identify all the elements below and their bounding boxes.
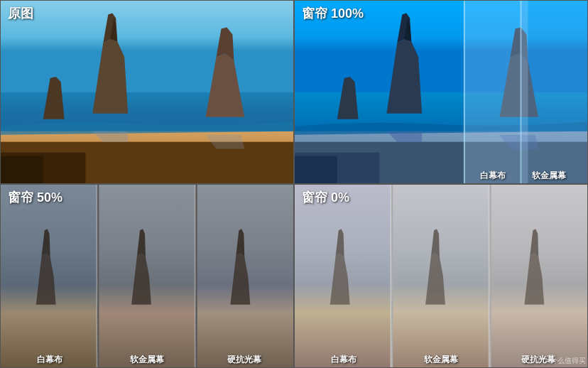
curtain-100-label: 窗帘 100%: [302, 5, 364, 22]
original-label: 原图: [8, 5, 33, 22]
comparison-grid: 原图: [0, 0, 588, 368]
cell-original: 原图: [0, 0, 294, 184]
cell-curtain-0: 窗帘 0% 白幕布 软金属幕 硬抗光幕 什么值得买: [294, 184, 588, 368]
curtain-0-label: 窗帘 0%: [302, 189, 349, 206]
sublabel-0-1: 白幕布: [295, 352, 392, 367]
svg-rect-0: [1, 1, 293, 92]
curtain-50-sublabels: 白幕布 软金属幕 硬抗光幕: [1, 352, 293, 367]
sublabel-0-2: 软金属幕: [392, 352, 489, 367]
curtain-50-label: 窗帘 50%: [8, 189, 62, 206]
watermark: 什么值得买: [550, 356, 586, 366]
svg-rect-5: [1, 156, 43, 183]
curtain-0-sublabels: 白幕布 软金属幕 硬抗光幕: [295, 352, 587, 367]
svg-rect-14: [521, 1, 587, 183]
cell-curtain-50: 窗帘 50% 白幕布 软金属幕 硬抗光幕: [0, 184, 294, 368]
svg-rect-12: [464, 1, 528, 183]
cell-curtain-100: 窗帘 100% 白幕布软金属幕硬抗光幕: [294, 0, 588, 184]
sublabel-50-3: 硬抗光幕: [196, 352, 293, 367]
sublabel-50-1: 白幕布: [1, 352, 98, 367]
curtain-100-sublabels: 白幕布软金属幕硬抗光幕: [295, 168, 587, 183]
sublabel-50-2: 软金属幕: [98, 352, 195, 367]
